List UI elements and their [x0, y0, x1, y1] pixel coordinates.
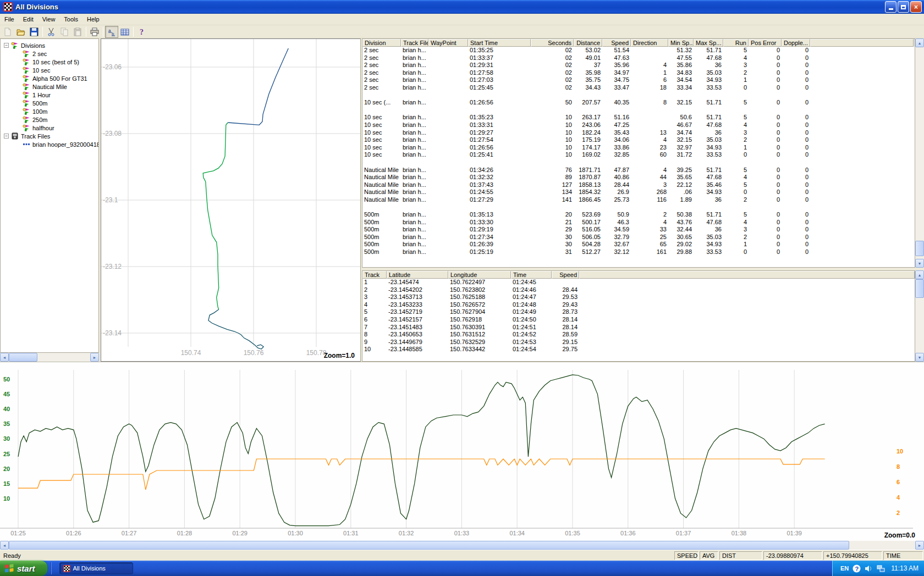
column-header[interactable]: Track [362, 271, 387, 279]
table-row[interactable]: 2 secbrian h...01:27:580235.9834.97134.8… [362, 69, 915, 77]
table-row[interactable]: 3-23.1453713150.762518801:24:4729.53 [362, 293, 915, 301]
scroll-thumb[interactable] [9, 541, 849, 550]
help-bubble-icon[interactable]: ? [853, 564, 861, 573]
paste-button[interactable] [71, 26, 84, 38]
column-header[interactable]: Direction [631, 39, 668, 47]
chart-hscrollbar[interactable]: ◄ ► [0, 541, 924, 550]
tree-expander-icon[interactable]: − [4, 43, 9, 48]
table-row[interactable]: Nautical Milebrian h...01:37:431271858.1… [362, 181, 915, 189]
table-row[interactable]: 10 secbrian h...01:26:5610174.1733.86233… [362, 144, 915, 152]
table-row[interactable] [362, 203, 915, 211]
task-button-all-divisions[interactable]: All Divisions [59, 562, 133, 574]
language-indicator[interactable]: EN [840, 565, 849, 572]
tree-item-divisions[interactable]: −Divisions [1, 41, 98, 49]
table-row[interactable] [362, 92, 915, 99]
table-row[interactable]: Nautical Milebrian h...01:27:291411866.4… [362, 196, 915, 204]
scroll-down-icon[interactable]: ▼ [915, 353, 924, 362]
tree-item-100m[interactable]: 100m [1, 107, 98, 115]
column-header[interactable]: Distance [574, 39, 602, 47]
menu-item-tools[interactable]: Tools [59, 15, 82, 24]
scroll-thumb[interactable] [915, 241, 924, 256]
table-row[interactable]: 7-23.1451483150.763039101:24:5128.14 [362, 324, 915, 331]
table-row[interactable]: 500mbrian h...01:29:1929516.0534.593332.… [362, 226, 915, 234]
table-row[interactable]: 10-23.1448585150.763344201:24:5429.75 [362, 346, 915, 353]
table-row[interactable]: 500mbrian h...01:27:3430506.0532.792530.… [362, 234, 915, 241]
column-header[interactable]: Seconds [531, 39, 574, 47]
scroll-left-icon[interactable]: ◄ [0, 541, 9, 550]
menu-item-view[interactable]: View [38, 15, 60, 24]
table-row[interactable] [362, 107, 915, 114]
table-row[interactable]: 6-23.1452157150.76291801:24:5028.14 [362, 316, 915, 324]
table-row[interactable]: 2 secbrian h...01:29:31023735.96435.8636… [362, 62, 915, 69]
speed-chart[interactable]: 01:2501:2601:2701:2801:2901:3001:3101:32… [0, 362, 924, 541]
trackpoints-vscrollbar[interactable]: ▲ ▼ [915, 270, 924, 362]
tree-item-10-sec-best-of-5-[interactable]: 10 sec (best of 5) [1, 58, 98, 66]
table-row[interactable]: 10 secbrian h...01:35:2310263.1751.1650.… [362, 114, 915, 121]
table-row[interactable]: 2-23.1454202150.762380201:24:4628.44 [362, 286, 915, 294]
open-button[interactable] [14, 26, 28, 38]
table-row[interactable]: 500mbrian h...01:25:1931512.2732.1216129… [362, 248, 915, 256]
table-row[interactable]: 5-23.1452719150.762790401:24:4928.73 [362, 308, 915, 316]
scroll-thumb[interactable] [915, 279, 924, 298]
column-header[interactable]: Division [362, 39, 401, 47]
new-button[interactable] [1, 26, 14, 38]
column-header[interactable]: Start Time [468, 39, 531, 47]
tree-hscrollbar[interactable]: ◄ ► [0, 353, 99, 362]
column-header[interactable]: Speed [602, 39, 631, 47]
maximize-button[interactable] [898, 1, 909, 13]
tree-item-1-hour[interactable]: 1 Hour [1, 91, 98, 99]
start-button[interactable]: start [0, 561, 47, 576]
column-header[interactable]: Run [723, 39, 749, 47]
scroll-up-icon[interactable]: ▲ [915, 270, 924, 279]
waypoint-toggle-button[interactable]: ab [105, 26, 118, 38]
tree-item-brian-hooper-932000418-[interactable]: brian hooper_932000418_ [1, 140, 98, 148]
cut-button[interactable] [45, 26, 58, 38]
column-header[interactable]: WayPoint [428, 39, 468, 47]
help-button[interactable]: ? [135, 26, 148, 38]
scroll-thumb[interactable] [9, 353, 37, 362]
table-row[interactable]: 500mbrian h...01:33:3021500.1746.3443.76… [362, 219, 915, 226]
table-row[interactable]: 1-23.145474150.762249701:24:45 [362, 279, 915, 286]
tree-item-500m[interactable]: 500m [1, 99, 98, 107]
tree-item-10-sec[interactable]: 10 sec [1, 66, 98, 74]
scroll-down-icon[interactable]: ▼ [915, 259, 924, 268]
network-icon[interactable] [877, 564, 885, 573]
column-header[interactable]: Min Sp... [668, 39, 694, 47]
table-row[interactable]: Nautical Milebrian h...01:32:32891870.87… [362, 174, 915, 181]
clock[interactable]: 11:13 AM [889, 564, 919, 572]
column-header[interactable]: Dopple... [782, 39, 810, 47]
print-button[interactable] [88, 26, 101, 38]
minimize-button[interactable] [885, 1, 897, 13]
table-row[interactable]: Nautical Milebrian h...01:34:26761871.71… [362, 167, 915, 174]
table-row[interactable]: 2 secbrian h...01:25:450234.4333.471833.… [362, 84, 915, 92]
table-row[interactable]: 10 secbrian h...01:27:5410175.1934.06432… [362, 136, 915, 144]
column-header[interactable]: Longitude [448, 271, 511, 279]
column-header[interactable]: Speed [552, 271, 579, 279]
table-row[interactable]: 2 secbrian h...01:35:250253.0251.5451.32… [362, 47, 915, 54]
table-row[interactable]: 500mbrian h...01:26:3930504.2832.676529.… [362, 241, 915, 248]
table-row[interactable]: 2 secbrian h...01:33:370249.0147.6347.55… [362, 54, 915, 62]
tree-item-nautical-mile[interactable]: Nautical Mile [1, 82, 98, 91]
column-header[interactable]: Pos Error [749, 39, 782, 47]
table-row[interactable]: 10 secbrian h...01:29:2710182.2435.43133… [362, 129, 915, 137]
table-row[interactable]: Nautical Milebrian h...01:24:551341854.3… [362, 189, 915, 196]
close-button[interactable]: × [910, 1, 922, 13]
tree-item-250m[interactable]: 250m [1, 115, 98, 124]
tree-item-halfhour[interactable]: halfhour [1, 124, 98, 132]
table-row[interactable]: 10 secbrian h...01:25:4110169.0232.85603… [362, 151, 915, 159]
column-header[interactable]: Time [511, 271, 552, 279]
table-row[interactable]: 4-23.1453233150.762657201:24:4829.43 [362, 301, 915, 309]
menu-item-help[interactable]: Help [82, 15, 104, 24]
column-header[interactable]: Latitude [387, 271, 448, 279]
scroll-left-icon[interactable]: ◄ [0, 353, 9, 362]
tree-expander-icon[interactable]: − [4, 134, 9, 139]
table-row[interactable]: 10 sec (...brian h...01:26:5650207.5740.… [362, 99, 915, 107]
scroll-up-icon[interactable]: ▲ [915, 38, 924, 47]
scroll-right-icon[interactable]: ► [915, 541, 924, 550]
tree-item-2-sec[interactable]: 2 sec [1, 49, 98, 58]
table-row[interactable]: 500mbrian h...01:35:1320523.6950.9250.38… [362, 211, 915, 219]
table-row[interactable]: 2 secbrian h...01:27:030235.7534.75634.5… [362, 76, 915, 84]
column-header[interactable]: Track File [401, 39, 428, 47]
grid-view-button[interactable] [118, 26, 131, 38]
scroll-right-icon[interactable]: ► [90, 353, 99, 362]
